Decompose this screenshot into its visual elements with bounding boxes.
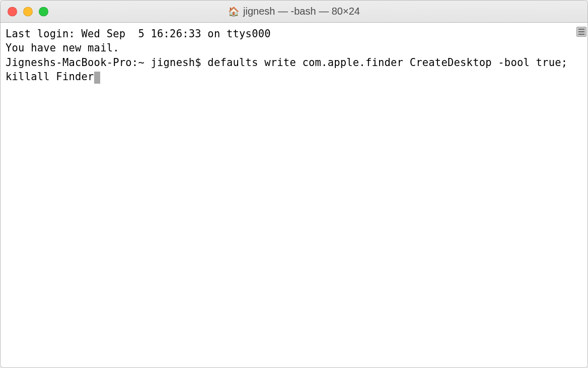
window-titlebar[interactable]: 🏠 jignesh — -bash — 80×24 — [1, 1, 587, 23]
terminal-line: You have new mail. — [6, 42, 119, 54]
scrollbar[interactable] — [575, 23, 587, 367]
traffic-lights — [8, 7, 48, 16]
cursor — [94, 72, 100, 84]
terminal-content[interactable]: Last login: Wed Sep 5 16:26:33 on ttys00… — [1, 23, 575, 367]
close-button[interactable] — [8, 7, 17, 16]
terminal-body: Last login: Wed Sep 5 16:26:33 on ttys00… — [1, 23, 587, 367]
terminal-prompt: Jigneshs-MacBook-Pro:~ jignesh$ — [6, 56, 207, 69]
terminal-line: Last login: Wed Sep 5 16:26:33 on ttys00… — [6, 28, 271, 40]
window-title: 🏠 jignesh — -bash — 80×24 — [228, 6, 360, 17]
minimize-button[interactable] — [23, 7, 33, 16]
zoom-button[interactable] — [39, 7, 48, 16]
scroll-indicator-icon[interactable] — [576, 27, 586, 37]
home-icon: 🏠 — [228, 7, 239, 16]
terminal-window: 🏠 jignesh — -bash — 80×24 Last login: We… — [0, 0, 588, 368]
window-title-text: jignesh — -bash — 80×24 — [243, 6, 360, 17]
